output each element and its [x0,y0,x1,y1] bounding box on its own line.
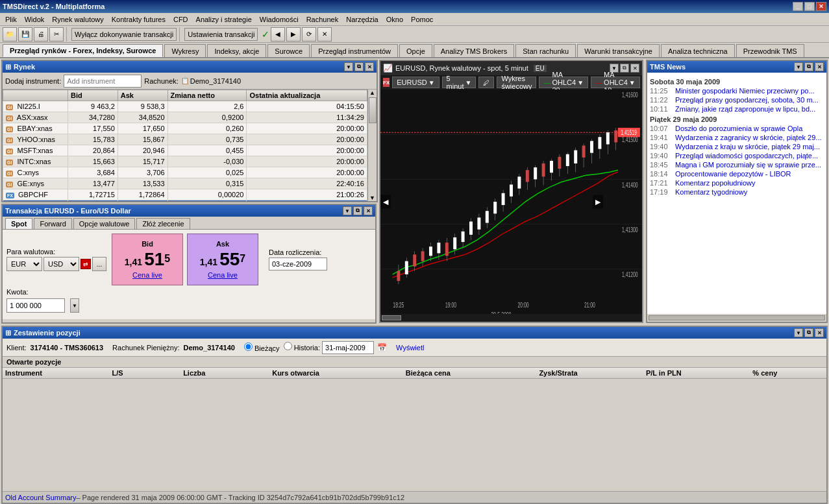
currency1-select[interactable]: EUR [6,257,42,271]
table-row[interactable]: GI YHOO:xnas 15,783 15,867 0,735 20:00:0… [3,134,367,145]
menu-okno[interactable]: Okno [382,14,407,25]
chart-draw-btn[interactable]: 🖊 [478,77,494,88]
table-row[interactable]: GI NI225.I 9 463,2 9 538,3 2,6 04:15:50 [3,101,367,112]
nav-refresh[interactable]: ⟳ [302,27,316,42]
biezacy-radio[interactable] [244,342,253,351]
positions-float-btn[interactable]: ⧉ [804,328,813,337]
klient-value: 3174140 - TMS360613 [31,344,104,352]
ask-cena[interactable]: Cena live [208,271,238,279]
ask-box[interactable]: Ask 1,41 557 Cena live [187,234,258,285]
trans-tab-forward[interactable]: Forward [34,218,71,229]
nav-stop[interactable]: ✕ [317,27,332,42]
table-row[interactable]: GI ASX:xasx 34,7280 34,8520 0,9200 11:34… [3,112,367,123]
chart-timeframe-btn[interactable]: 5 minut▼ [442,77,476,88]
tab-indeksy[interactable]: Indeksy, akcje [207,44,266,57]
data-rozliczenia-input[interactable] [269,258,327,270]
cell-bid: 20,864 [68,145,118,156]
news-menu-btn[interactable]: ▼ [794,62,803,71]
nav-back[interactable]: ◀ [271,27,285,42]
maximize-button[interactable]: □ [804,2,815,11]
menu-widok[interactable]: Widok [21,14,49,25]
market-scrollbar[interactable]: ▲ ▼ [367,90,377,201]
wyswietl-link[interactable]: Wyświetl [396,344,424,352]
toolbar-btn-4[interactable]: ✂ [49,27,64,42]
menu-narzedzia[interactable]: Narzędzia [342,14,382,25]
menu-wiadomosci[interactable]: Wiadomości [256,14,303,25]
trans-close-btn[interactable]: ✕ [364,206,373,215]
toolbar-btn-2[interactable]: 💾 [18,27,32,42]
bid-cena[interactable]: Cena live [132,271,162,279]
news-scroll-thumb[interactable] [649,315,825,320]
scroll-thumb[interactable] [369,97,377,123]
menu-pomoc[interactable]: Pomoc [407,14,437,25]
news-close-btn[interactable]: ✕ [815,62,824,71]
tab-warunki[interactable]: Warunki transakcyjne [577,44,660,57]
table-row[interactable]: GI MSFT:xnas 20,864 20,946 0,455 20:00:0… [3,145,367,156]
calendar-icon[interactable]: 📅 [377,343,387,352]
table-row[interactable]: FX GBPCHF 1,72715 1,72864 0,00020 21:00:… [3,189,367,200]
positions-close-btn[interactable]: ✕ [815,328,824,337]
panel-float-btn[interactable]: ⧉ [354,62,364,71]
chart-type-btn[interactable]: Wykres świecowy [497,77,536,88]
chart-next-btn[interactable]: ▶ [593,195,603,209]
tab-opcje[interactable]: Opcje [399,44,432,57]
historia-date-input[interactable] [322,341,374,354]
menu-cfd[interactable]: CFD [169,14,192,25]
news-float-btn[interactable]: ⧉ [804,62,813,71]
chart-ma1-btn[interactable]: — MA OHLC4 20▼ [539,77,588,88]
para-more-btn[interactable]: ... [92,257,106,271]
trans-tab-spot[interactable]: Spot [5,218,32,229]
trans-float-btn[interactable]: ⧉ [353,206,362,215]
trans-tab-zloz[interactable]: Złóż zlecenie [136,218,190,229]
menu-analizy[interactable]: Analizy i strategie [192,14,256,25]
chart-symbol-btn[interactable]: EURUSD▼ [392,77,439,88]
swap-icon[interactable]: ⇄ [80,259,91,269]
menu-rachunek[interactable]: Rachunek [303,14,343,25]
minimize-button[interactable]: _ [793,2,803,11]
table-row[interactable]: GI EBAY:xnas 17,550 17,650 0,260 20:00:0… [3,123,367,134]
tab-przewodnik[interactable]: Przewodnik TMS [736,44,804,57]
table-row[interactable]: GI GE:xnys 13,477 13,533 0,315 22:40:16 [3,178,367,189]
trans-menu-btn[interactable]: ▼ [343,206,352,215]
chart-close-btn[interactable]: ✕ [630,64,639,73]
tab-wykresy[interactable]: Wykresy [164,44,206,57]
kwota-arrow[interactable]: ▼ [70,298,79,313]
ask-price: 1,41 557 [200,249,245,270]
panel-menu-btn[interactable]: ▼ [344,62,353,71]
menu-kontrakty[interactable]: Kontrakty futures [108,14,169,25]
panel-close-btn[interactable]: ✕ [365,62,374,71]
positions-menu-btn[interactable]: ▼ [794,328,803,337]
close-button[interactable]: ✕ [816,2,826,11]
transaction-toggle[interactable]: Wyłącz dokonywanie transakcji [71,28,177,41]
toolbar-btn-1[interactable]: 📁 [3,27,17,42]
historia-radio[interactable] [284,342,292,350]
chart-prev-btn[interactable]: ◀ [380,195,391,209]
cell-symbol: FX EURUSD [3,200,68,202]
toolbar-btn-3[interactable]: 🖨 [34,27,48,42]
news-scrollbar[interactable] [647,314,826,322]
scroll-up-btn[interactable]: ▲ [369,90,375,96]
tab-analiza-tech[interactable]: Analiza techniczna [661,44,735,57]
tab-przeglad-instr[interactable]: Przegląd instrumentów [311,44,398,57]
transaction-settings[interactable]: Ustawienia transakcji [184,28,258,41]
tab-surowce[interactable]: Surowce [267,44,310,57]
chart-scroll-thumb[interactable] [382,315,401,320]
tab-analizy[interactable]: Analizy TMS Brokers [434,44,515,57]
account-summary-link[interactable]: Old Account Summary [5,494,76,501]
menu-plik[interactable]: Plik [1,14,21,25]
bid-box[interactable]: Bid 1,41 515 Cena live [112,234,183,285]
nav-forward[interactable]: ▶ [286,27,301,42]
table-row[interactable]: GI INTC:xnas 15,663 15,717 -0,030 20:00:… [3,156,367,167]
menu-rynek[interactable]: Rynek walutowy [48,14,107,25]
currency2-select[interactable]: USD [43,257,79,271]
scroll-down-btn[interactable]: ▼ [369,195,375,201]
add-instrument-input[interactable] [64,75,142,88]
chart-scrollbar[interactable] [380,314,642,322]
tab-stan[interactable]: Stan rachunku [515,44,576,57]
cell-bid: 15,783 [68,134,118,145]
table-row[interactable]: FX EURUSD 1,41515 1,41557 -0,00064 21:00… [3,200,367,202]
table-row[interactable]: GI C:xnys 3,684 3,706 0,025 20:00:00 [3,167,367,178]
chart-ma2-btn[interactable]: — MA OHLC4 10▼ [591,77,640,88]
tab-przeglad[interactable]: Przegląd rynków - Forex, Indeksy, Surowc… [3,44,163,57]
trans-tab-opcje[interactable]: Opcje walutowe [73,218,136,229]
